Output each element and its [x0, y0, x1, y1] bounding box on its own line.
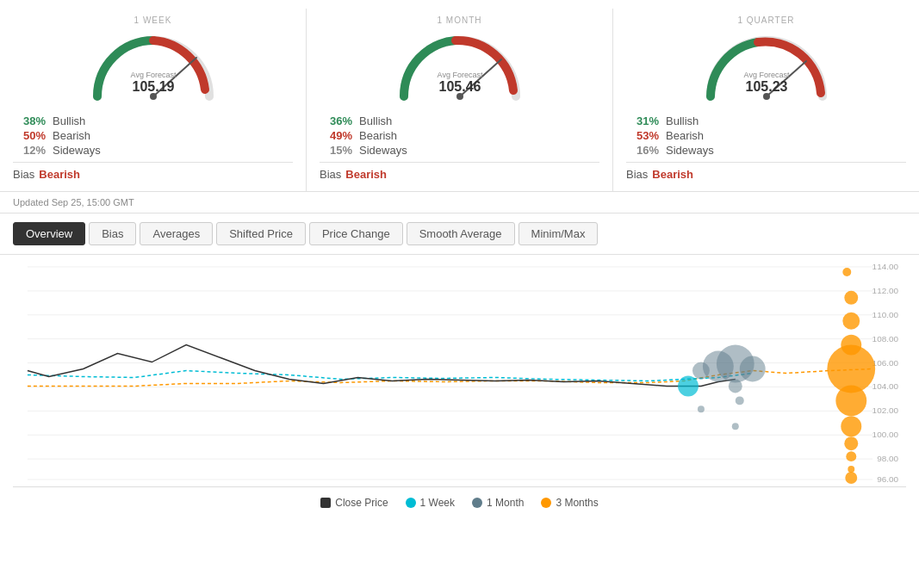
svg-text:100.00: 100.00	[872, 430, 899, 439]
svg-text:Avg Forecast: Avg Forecast	[743, 71, 789, 79]
legend-close-price-icon	[320, 498, 331, 508]
svg-text:Avg Forecast: Avg Forecast	[130, 71, 176, 79]
tab-price-change[interactable]: Price Change	[309, 222, 403, 245]
legend-3months: 3 Months	[541, 497, 598, 509]
sideways-label: Sideways	[666, 144, 714, 157]
sideways-pct: 12%	[13, 144, 46, 157]
orange-bubble-3	[842, 313, 860, 330]
svg-point-1	[150, 93, 157, 100]
svg-text:98.00: 98.00	[877, 454, 898, 463]
legend-3months-icon	[541, 498, 551, 508]
svg-text:96.00: 96.00	[877, 474, 898, 484]
sideways-pct: 15%	[320, 144, 352, 157]
svg-text:105.19: 105.19	[132, 79, 174, 94]
bubble-1month-sm	[732, 423, 739, 430]
gauge-1week-stats: 38% Bullish 50% Bearish 12% Sideways	[13, 115, 293, 157]
gauge-1month-title: 1 MONTH	[320, 15, 599, 25]
bearish-stat: 53% Bearish	[626, 129, 906, 142]
legend-1month-label: 1 Month	[487, 497, 524, 509]
gauge-1quarter-title: 1 QUARTER	[626, 15, 906, 25]
gauge-1quarter-svg: Avg Forecast 105.23	[698, 28, 835, 105]
tab-overview[interactable]: Overview	[13, 222, 85, 245]
bubble-1month-6	[736, 396, 744, 405]
gauge-1quarter-separator	[626, 162, 906, 163]
orange-bubble-10	[848, 466, 854, 473]
svg-text:110.00: 110.00	[872, 310, 899, 319]
bubble-1week	[678, 375, 699, 396]
bullish-label: Bullish	[359, 115, 392, 127]
gauge-1week-title: 1 WEEK	[13, 15, 293, 25]
sideways-label: Sideways	[53, 144, 101, 157]
sideways-stat: 16% Sideways	[626, 144, 906, 157]
bubble-1month-4	[740, 356, 766, 382]
svg-text:108.00: 108.00	[872, 334, 899, 344]
tab-smooth-average[interactable]: Smooth Average	[407, 222, 515, 245]
tab-minim-max[interactable]: Minim/Max	[518, 222, 599, 245]
tabs-row: Overview Bias Averages Shifted Price Pri…	[0, 214, 919, 255]
sideways-stat: 12% Sideways	[13, 144, 293, 157]
svg-text:105.46: 105.46	[438, 79, 481, 94]
bullish-pct: 38%	[13, 115, 46, 127]
tab-averages[interactable]: Averages	[140, 222, 213, 245]
bearish-label: Bearish	[359, 129, 397, 142]
gauge-1month-separator	[320, 162, 599, 163]
gauge-1month-svg: Avg Forecast 105.46	[391, 28, 529, 105]
updated-text: Updated Sep 25, 15:00 GMT	[0, 192, 919, 214]
sideways-label: Sideways	[359, 144, 407, 157]
main-chart-svg: 114.00 112.00 110.00 108.00 106.00 104.0…	[13, 259, 906, 487]
bubble-1month-7	[698, 405, 705, 412]
svg-text:104.00: 104.00	[872, 381, 899, 391]
bearish-label: Bearish	[53, 129, 90, 142]
svg-text:114.00: 114.00	[872, 262, 899, 271]
bullish-pct: 36%	[320, 115, 352, 127]
sideways-pct: 16%	[626, 144, 659, 157]
bearish-stat: 49% Bearish	[320, 129, 599, 142]
bullish-stat: 31% Bullish	[626, 115, 906, 127]
orange-bubble-7	[841, 416, 861, 436]
bullish-pct: 31%	[626, 115, 659, 127]
gauge-1week: 1 WEEK Avg Forecast 105.19	[0, 9, 307, 191]
legend-1month-icon	[472, 498, 482, 508]
orange-bubble-1	[842, 268, 851, 276]
legend-close-price: Close Price	[320, 497, 388, 509]
bias-label: Bias	[320, 168, 341, 181]
tab-bias[interactable]: Bias	[89, 222, 136, 245]
legend-close-price-label: Close Price	[335, 497, 388, 509]
orange-bubble-2	[844, 291, 858, 305]
svg-text:Avg Forecast: Avg Forecast	[437, 71, 482, 79]
gauge-1week-separator	[13, 162, 293, 163]
gauge-1month: 1 MONTH Avg Forecast 105.46 36% Bullish	[307, 9, 613, 191]
main-container: 1 WEEK Avg Forecast 105.19	[0, 0, 919, 588]
gauge-1quarter-center: Avg Forecast 105.23	[626, 28, 906, 108]
bias-value: Bearish	[39, 168, 80, 181]
tab-shifted-price[interactable]: Shifted Price	[216, 222, 306, 245]
bullish-label: Bullish	[53, 115, 85, 127]
svg-text:106.00: 106.00	[872, 358, 899, 368]
bubble-1month-5	[729, 379, 742, 393]
one-week-dashed-line	[28, 371, 753, 381]
chart-area: 114.00 112.00 110.00 108.00 106.00 104.0…	[0, 255, 919, 522]
gauge-1week-svg: Avg Forecast 105.19	[84, 28, 222, 105]
bearish-pct: 49%	[320, 129, 352, 142]
legend-1week-label: 1 Week	[420, 497, 455, 509]
svg-text:102.00: 102.00	[872, 405, 899, 415]
legend-3months-label: 3 Months	[556, 497, 598, 509]
gauge-1week-center: Avg Forecast 105.19	[13, 28, 293, 108]
gauge-1week-bias: Bias Bearish	[13, 168, 293, 181]
svg-text:105.23: 105.23	[745, 79, 787, 94]
bias-value: Bearish	[652, 168, 693, 181]
bullish-label: Bullish	[666, 115, 699, 127]
bias-value: Bearish	[345, 168, 387, 181]
bearish-stat: 50% Bearish	[13, 129, 293, 142]
gauge-1month-stats: 36% Bullish 49% Bearish 15% Sideways	[320, 115, 599, 157]
gauge-1quarter: 1 QUARTER Avg Forecast 105.23 31% Bullis…	[613, 9, 919, 191]
bias-label: Bias	[13, 168, 34, 181]
gauge-1quarter-bias: Bias Bearish	[626, 168, 906, 181]
bearish-pct: 53%	[626, 129, 659, 142]
bullish-stat: 38% Bullish	[13, 115, 293, 127]
orange-bubble-8	[844, 436, 858, 450]
orange-bubble-11	[845, 472, 857, 484]
legend-1week-icon	[406, 498, 416, 508]
orange-bubble-9	[846, 451, 856, 461]
bearish-pct: 50%	[13, 129, 46, 142]
